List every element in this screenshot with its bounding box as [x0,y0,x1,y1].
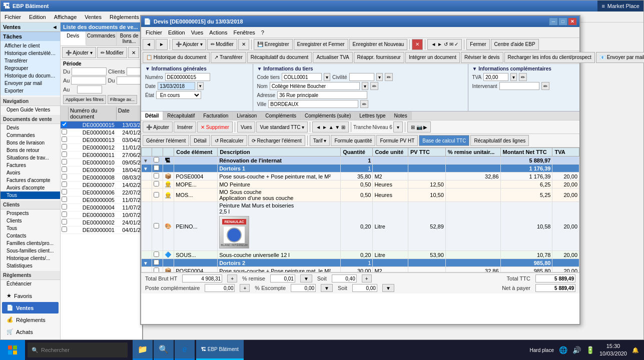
th-remise[interactable]: % remise unitair... [445,148,500,156]
nav-sous-familles[interactable]: Sous-familles client... [1,247,60,254]
task-envoyer-mail[interactable]: Envoyer par mail [1,80,60,87]
vues-btn[interactable]: Vues [237,122,255,132]
nav-reglements-btn[interactable]: 💰 Règlements [2,314,59,326]
th-unit[interactable]: Code unité [373,148,408,156]
devis-menu-fichier[interactable]: Fichier [143,28,165,36]
task-historique[interactable]: Historique clients/élém... [1,50,60,57]
enregistrer-btn[interactable]: 💾 Enregistrer [254,39,293,50]
recharger-elem-btn[interactable]: ⟳ Recharger l'élément [248,135,305,146]
th-qty[interactable]: Quantité [341,148,373,156]
tva-input[interactable] [483,73,508,81]
detail-supprimer-btn[interactable]: ✕ Supprimer [197,122,233,132]
table-row-dortoirs2[interactable]: ▼ Dortoirs 2 1 985,80 [142,259,579,267]
devis-menu-aide[interactable]: ? [258,28,267,36]
delete-btn[interactable]: ✕ [238,39,249,50]
start-button[interactable] [0,340,25,360]
formule-pv-btn[interactable]: Formule PV HT [376,135,418,146]
task-transferer[interactable]: Transférer [1,57,60,64]
nav-achats[interactable]: 🛒 Achats [2,326,59,338]
th-code[interactable]: Code élément [174,148,218,156]
adresse-input[interactable] [277,91,367,99]
escompte-input[interactable] [291,284,316,292]
menu-reglements[interactable]: Règlements [106,13,143,21]
table-row-sous1[interactable]: 🔷 SOUS... Sous-couche universelle 12 l 0… [142,251,579,259]
nav-biblio-btn[interactable]: 📚 Bibliothèques / Stocks [2,338,59,340]
nav-bons-livraison[interactable]: Bons de livraison [1,139,60,146]
total-ttc-input[interactable] [535,274,575,282]
nav-ventes[interactable]: 📄 Ventes [2,302,59,314]
task-historique-doc[interactable]: Historique du document [1,72,60,80]
nom-btn[interactable]: ▾ [362,82,368,90]
nav-forward-btn[interactable]: ► [156,39,168,50]
tab-recapitulatif[interactable]: Récapitulatif [163,112,199,120]
tab-notes[interactable]: Notes [390,112,412,120]
nav-contacts[interactable]: Contacts [1,232,60,240]
search-bar[interactable]: 🔍 Rechercher [28,342,128,358]
soit2-edit-btn[interactable]: ▼ [382,284,394,292]
poste-comp-plus-btn[interactable]: + [240,284,250,292]
table-row-pose1[interactable]: 📦 POSE0004 Pose sous-couche + Pose peint… [142,172,579,180]
tab-facturation[interactable]: Facturation [199,112,233,120]
nav-commandes[interactable]: Commandes [1,132,60,139]
enregistrer-fermer-btn[interactable]: Enregistrer et Fermer [294,39,348,50]
tva-edit-btn[interactable]: ✏ [519,73,527,81]
historique-doc-btn[interactable]: 📋 Historique du document [143,52,210,63]
intervenant-input[interactable] [499,82,539,90]
remise-input[interactable] [270,274,295,282]
civilite-btn[interactable]: ▾ [376,73,383,81]
nav-historique-clients[interactable]: Historique clients/... [1,254,60,262]
nav-factures[interactable]: Factures [1,162,60,169]
devis-menu-edition[interactable]: Edition [165,28,188,36]
nav-clients[interactable]: Clients [1,217,60,224]
collapse-icon[interactable]: ◄ [52,24,58,30]
integrer-btn[interactable]: Intégrer un document [405,52,460,63]
nav-avoirs[interactable]: Avoirs [1,169,60,176]
menu-ventes[interactable]: Ventes [81,13,106,21]
soit2-input[interactable] [352,284,377,292]
devis-menu-vues[interactable]: Vues [188,28,207,36]
fermer-btn[interactable]: Fermer [466,39,489,50]
nav-back-btn[interactable]: ◄ [143,39,155,50]
nav-tous-clients[interactable]: Tous [1,224,60,232]
nav-situations[interactable]: Situations de trav... [1,154,60,162]
nav-favoris[interactable]: ★ Favoris [2,290,59,302]
file-explorer-icon[interactable]: 📁 [133,340,153,360]
detail-table-area[interactable]: Code élément Description Quantité Code u… [141,148,579,272]
nav-bons-retour[interactable]: Bons de retour [1,146,60,154]
nav-devis[interactable]: Devis [1,124,60,132]
nom-edit-btn[interactable]: ✏ [370,82,378,90]
task-regrouper[interactable]: Regrouper [1,64,60,72]
net-payer-input[interactable] [535,284,575,292]
aide-ebp-btn[interactable]: Centre d'aide EBP [491,39,539,50]
nav-icons-btn[interactable]: ◄ ► ▲ ▼ ⊞ [312,122,349,132]
th-montant[interactable]: Montant Net TTC [500,148,552,156]
nav-echeancier[interactable]: Échéancier [1,280,60,288]
etat-select[interactable]: En cours [156,91,201,99]
nav-familles[interactable]: Familles clients/pro... [1,240,60,247]
nav-statistiques[interactable]: Statistiques [1,262,60,270]
devis-close-btn[interactable]: ✕ [568,18,577,26]
soit-input[interactable] [332,274,357,282]
devis-menu-fenetres[interactable]: Fenêtres [230,28,258,36]
table-row-renovation[interactable]: ▼ 🏗 Rénovation de l'internat 1 5 889,97 [142,156,579,164]
expand-col[interactable]: ▼ [142,156,152,164]
niveau-btn[interactable]: ▾ [393,122,403,132]
generer-btn[interactable]: Générer l'élément [143,135,189,146]
table-row-pose2[interactable]: 📦 POSE0004 Pose sous-couche + Pose peint… [142,267,579,273]
vue-std-btn[interactable]: Vue standard TTC ▾ [256,122,308,132]
formule-qte-btn[interactable]: Formule quantité [331,135,375,146]
th-pv[interactable]: PV TTC [408,148,445,156]
recalculer-btn[interactable]: ↺ Recalculer [211,135,247,146]
supprimer-doc-btn[interactable]: ✕ [412,39,423,50]
poste-comp-input[interactable] [205,284,235,292]
table-row-mo-sous1[interactable]: 👷 MOS... MO Sous coucheApplication d'une… [142,188,579,202]
nom-input[interactable] [270,82,360,90]
transferer-btn[interactable]: ↗ Transférer [211,52,246,63]
th-description[interactable]: Description [218,148,341,156]
recap-lignes-btn[interactable]: Récapitulatif des lignes [470,135,529,146]
tab-complements[interactable]: Compléments [261,112,301,120]
recharger-infos-btn[interactable]: Recharger les infos du client/prospect [504,52,595,63]
devis-minimize-btn[interactable]: ─ [549,18,558,26]
menu-edition[interactable]: Edition [25,13,50,21]
nav-prospects[interactable]: Prospects [1,210,60,217]
